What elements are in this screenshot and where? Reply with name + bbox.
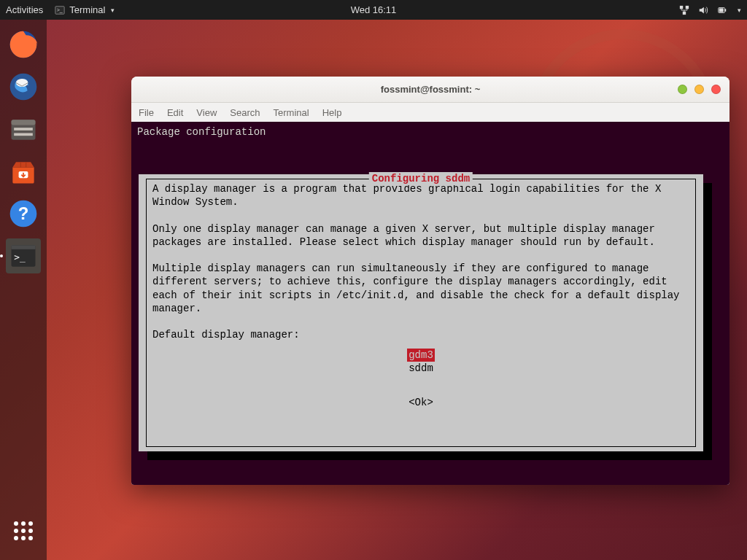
svg-rect-12 (12, 120, 36, 125)
top-bar: Activities >_ Terminal ▾ Wed 16:11 ▾ (0, 0, 747, 20)
config-dialog: Configuring sddm A display manager is a … (139, 174, 703, 451)
app-menu[interactable]: >_ Terminal ▾ (55, 4, 115, 15)
launcher-help[interactable]: ? (6, 196, 41, 231)
svg-rect-2 (680, 5, 683, 8)
option-gdm3[interactable]: gdm3 (407, 349, 435, 362)
svg-point-10 (16, 79, 28, 87)
menu-help[interactable]: Help (322, 107, 342, 118)
menu-terminal[interactable]: Terminal (274, 107, 309, 118)
svg-rect-7 (719, 8, 724, 12)
svg-text:>_: >_ (14, 252, 26, 262)
terminal-icon: >_ (55, 5, 65, 15)
svg-rect-4 (683, 11, 686, 14)
apps-grid-icon (14, 521, 33, 540)
svg-rect-3 (686, 5, 689, 8)
help-icon: ? (7, 198, 39, 230)
ok-button[interactable]: <Ok> (152, 396, 689, 409)
launcher-files[interactable] (6, 112, 41, 147)
svg-text:?: ? (18, 203, 29, 223)
launcher-software[interactable] (6, 154, 41, 189)
menu-edit[interactable]: Edit (167, 107, 183, 118)
terminal-icon: >_ (7, 240, 39, 272)
svg-rect-6 (725, 9, 727, 12)
clock[interactable]: Wed 16:11 (351, 4, 397, 15)
activities-button[interactable]: Activities (6, 4, 43, 15)
terminal-window: fossmint@fossmint: ~ File Edit View Sear… (131, 77, 729, 485)
terminal-body[interactable]: Package configuration Configuring sddm A… (131, 122, 729, 485)
files-icon (7, 113, 39, 145)
window-menubar: File Edit View Search Terminal Help (131, 103, 729, 122)
menu-view[interactable]: View (196, 107, 217, 118)
battery-icon (717, 5, 727, 15)
launcher-firefox[interactable] (6, 27, 41, 62)
launcher-dock: ? >_ (0, 20, 47, 560)
dialog-paragraph-1: A display manager is a program that prov… (152, 182, 689, 209)
svg-text:>_: >_ (57, 7, 63, 12)
volume-icon (698, 5, 708, 15)
thunderbird-icon (7, 71, 39, 103)
chevron-down-icon: ▾ (111, 7, 115, 14)
software-icon (7, 155, 39, 187)
package-config-header: Package configuration (136, 125, 725, 138)
minimize-button[interactable] (678, 85, 687, 94)
show-applications-button[interactable] (6, 513, 41, 548)
window-title: fossmint@fossmint: ~ (381, 84, 481, 95)
chevron-down-icon: ▾ (738, 7, 741, 14)
dialog-title: Configuring sddm (369, 172, 473, 185)
menu-file[interactable]: File (139, 107, 154, 118)
maximize-button[interactable] (694, 85, 704, 94)
launcher-thunderbird[interactable] (6, 69, 41, 104)
svg-rect-14 (14, 133, 33, 136)
dialog-paragraph-3: Multiple display managers can run simult… (152, 262, 689, 315)
system-tray[interactable]: ▾ (679, 5, 741, 15)
network-icon (679, 5, 689, 15)
app-menu-label: Terminal (69, 4, 105, 15)
close-button[interactable] (711, 85, 721, 94)
svg-rect-19 (12, 245, 36, 249)
window-titlebar[interactable]: fossmint@fossmint: ~ (131, 77, 729, 103)
dialog-prompt: Default display manager: (152, 328, 689, 341)
firefox-icon (7, 28, 39, 61)
svg-rect-13 (14, 128, 33, 131)
option-sddm[interactable]: sddm (152, 362, 689, 375)
launcher-terminal[interactable]: >_ (6, 238, 41, 273)
menu-search[interactable]: Search (230, 107, 260, 118)
dialog-paragraph-2: Only one display manager can manage a gi… (152, 222, 689, 249)
